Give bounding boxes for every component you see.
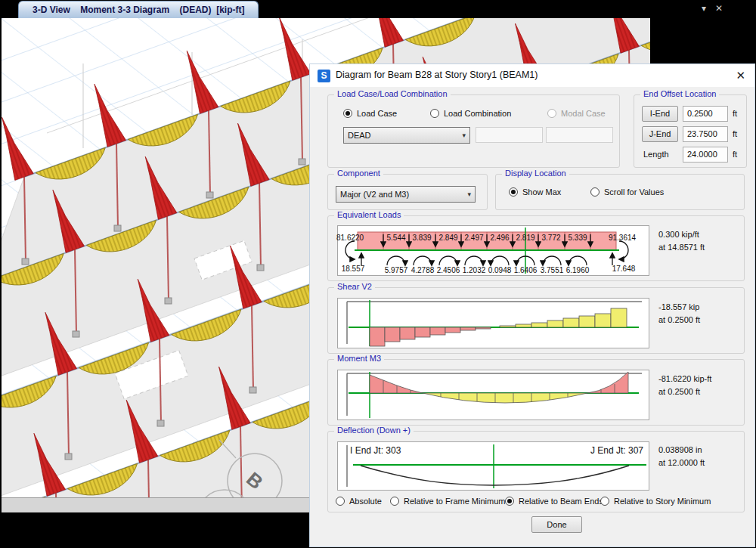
equivalent-loads-max-annotation: 0.300 kip/ft at 14.8571 ft: [658, 228, 705, 254]
radio-relative-frame-minimum-dot: [390, 497, 399, 506]
radio-absolute-dot: [336, 497, 345, 506]
radio-scroll-for-values[interactable]: Scroll for Values: [590, 187, 664, 197]
eq-right-reaction: 17.648: [607, 265, 640, 273]
equivalent-loads-group-title: Equivalent Loads: [334, 210, 404, 219]
moment-max-annotation: -81.6220 kip-ft at 0.2500 ft: [658, 373, 711, 398]
radio-scroll-for-values-label: Scroll for Values: [604, 187, 664, 197]
load-case-aux-field-1: [476, 127, 543, 143]
eq-left-reaction: 18.557: [338, 265, 368, 273]
deflection-i-end-joint: I End Jt: 303: [350, 445, 401, 456]
view-tab-label: 3-D View Moment 3-3 Diagram (DEAD) [kip-…: [33, 5, 244, 15]
eq-top-value: 5.339: [565, 234, 590, 242]
load-case-aux-field-2: [546, 127, 613, 143]
deflection-max-annotation: 0.038908 in at 12.0000 ft: [658, 444, 705, 469]
dialog-close-icon[interactable]: ✕: [736, 69, 745, 82]
deflection-group: Deflection (Down +) I End Jt: 303 J End …: [327, 431, 745, 512]
end-offset-group: End Offset Location I-End 0.2500 ft J-En…: [634, 94, 747, 168]
eq-left-moment: 81.6220: [336, 234, 370, 242]
display-location-group: Display Location Show Max Scroll for Val…: [495, 174, 745, 210]
eq-top-value: 2.819: [513, 234, 538, 242]
radio-show-max-label: Show Max: [522, 187, 561, 197]
deflection-group-title: Deflection (Down +): [334, 426, 414, 435]
window-menu-icon[interactable]: ▾: [702, 3, 706, 14]
radio-relative-story-minimum-dot: [600, 497, 609, 506]
radio-load-combination-label: Load Combination: [444, 109, 511, 118]
eq-top-value: 2.496: [487, 234, 513, 242]
dialog-titlebar[interactable]: S Diagram for Beam B28 at Story Story1 (…: [310, 64, 754, 87]
radio-relative-frame-minimum-label: Relative to Frame Minimum: [404, 497, 505, 506]
radio-relative-beam-ends-label: Relative to Beam Ends: [519, 497, 603, 506]
shear-plot[interactable]: [337, 298, 649, 348]
deflection-plot[interactable]: I End Jt: 303 J End Jt: 307: [337, 441, 649, 491]
component-group: Component Major (V2 and M3) ▾: [327, 174, 488, 210]
load-case-dropdown-value: DEAD: [348, 131, 371, 140]
component-dropdown[interactable]: Major (V2 and M3) ▾: [336, 186, 476, 203]
i-end-button[interactable]: I-End: [642, 106, 678, 122]
eq-right-moment: 91.3614: [604, 234, 640, 242]
moment-group-title: Moment M3: [334, 354, 384, 363]
radio-load-case-label: Load Case: [357, 109, 397, 118]
eq-top-value: 2.849: [435, 234, 461, 242]
shear-group: Shear V2: [327, 287, 745, 354]
shear-group-title: Shear V2: [334, 282, 375, 291]
i-end-field[interactable]: 0.2500: [683, 106, 728, 122]
radio-absolute[interactable]: Absolute: [336, 497, 382, 506]
eq-top-value: 2.497: [461, 234, 487, 242]
radio-scroll-for-values-dot: [590, 187, 600, 197]
length-label: Length: [643, 150, 669, 159]
window-titlebar: 3-D View Moment 3-3 Diagram (DEAD) [kip-…: [0, 0, 756, 18]
moment-canvas: [338, 370, 649, 420]
radio-load-case[interactable]: Load Case: [343, 109, 397, 118]
app-logo-icon: S: [318, 70, 330, 82]
radio-load-combination-dot: [430, 109, 439, 118]
radio-modal-case-label: Modal Case: [561, 109, 606, 118]
radio-absolute-label: Absolute: [349, 497, 382, 506]
eq-top-value: 3.772: [538, 234, 564, 242]
radio-modal-case-dot: [547, 109, 556, 118]
load-case-group-title: Load Case/Load Combination: [334, 89, 451, 98]
eq-bottom-value: 1.6406: [510, 266, 541, 274]
app-screen: B A 3-D View Moment 3-3 Diagram (DEAD) […: [0, 0, 756, 548]
load-case-group: Load Case/Load Combination Load Case Loa…: [327, 94, 620, 168]
radio-relative-story-minimum[interactable]: Relative to Story Minimum: [600, 497, 711, 506]
radio-show-max-dot: [509, 187, 518, 197]
i-end-unit: ft: [733, 109, 737, 118]
done-button[interactable]: Done: [531, 516, 582, 533]
window-close-icon[interactable]: ✕: [715, 3, 723, 14]
eq-top-value: 5.544: [383, 234, 409, 242]
dialog-body: Load Case/Load Combination Load Case Loa…: [310, 87, 754, 546]
radio-relative-beam-ends[interactable]: Relative to Beam Ends: [505, 497, 603, 506]
component-dropdown-value: Major (V2 and M3): [340, 190, 409, 199]
view-tab[interactable]: 3-D View Moment 3-3 Diagram (DEAD) [kip-…: [18, 1, 259, 18]
chevron-down-icon: ▾: [467, 190, 471, 198]
eq-bottom-value: 5.9757: [381, 266, 411, 274]
end-offset-group-title: End Offset Location: [640, 89, 719, 98]
radio-relative-frame-minimum[interactable]: Relative to Frame Minimum: [390, 497, 505, 506]
radio-load-case-dot: [343, 109, 352, 118]
radio-relative-story-minimum-label: Relative to Story Minimum: [614, 497, 711, 506]
load-case-dropdown[interactable]: DEAD ▾: [343, 127, 470, 144]
j-end-button[interactable]: J-End: [642, 126, 678, 142]
shear-max-annotation: -18.557 kip at 0.2500 ft: [658, 301, 700, 327]
eq-top-value: 3.839: [409, 234, 435, 242]
length-field: 24.0000: [683, 147, 728, 163]
equivalent-loads-plot[interactable]: 81.6220 91.3614 5.544 3.839 2.849 2.497 …: [337, 225, 649, 276]
shear-canvas: [338, 299, 649, 348]
beam-diagram-dialog: S Diagram for Beam B28 at Story Story1 (…: [310, 64, 754, 546]
length-unit: ft: [733, 150, 737, 159]
radio-modal-case: Modal Case: [547, 109, 606, 118]
moment-group: Moment M3: [327, 359, 745, 426]
display-location-group-title: Display Location: [502, 169, 569, 178]
dialog-title: Diagram for Beam B28 at Story Story1 (BE…: [336, 70, 538, 80]
j-end-field[interactable]: 23.7500: [683, 126, 728, 142]
radio-show-max[interactable]: Show Max: [509, 187, 561, 197]
equivalent-loads-group: Equivalent Loads: [327, 215, 745, 281]
radio-load-combination[interactable]: Load Combination: [430, 109, 511, 118]
eq-bottom-value: 6.1960: [562, 266, 593, 274]
chevron-down-icon: ▾: [462, 132, 466, 139]
component-group-title: Component: [334, 169, 383, 178]
j-end-unit: ft: [733, 129, 737, 138]
radio-relative-beam-ends-dot: [505, 497, 514, 506]
deflection-j-end-joint: J End Jt: 307: [548, 445, 643, 456]
moment-plot[interactable]: [337, 370, 649, 420]
